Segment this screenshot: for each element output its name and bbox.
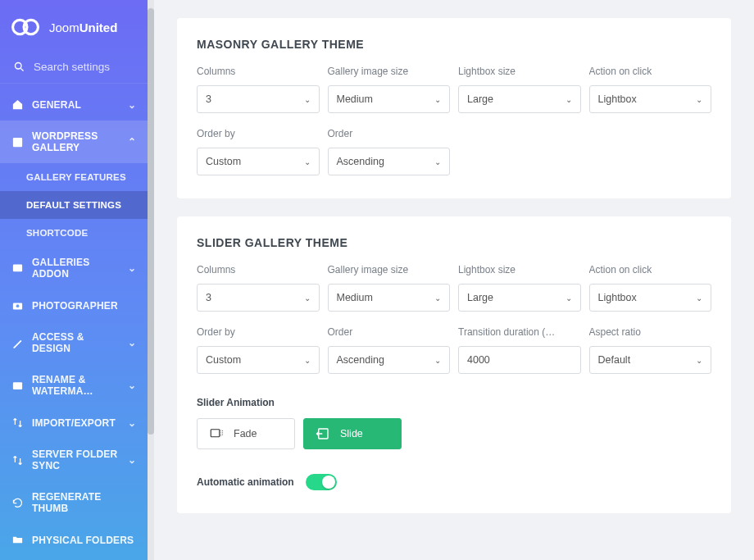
caret-icon: ⌄ [304, 95, 311, 104]
slider-aspect-field: Aspect ratio Default⌄ [589, 326, 712, 374]
camera-icon [11, 299, 24, 312]
brand-mark-icon [11, 16, 43, 38]
automatic-animation-row: Automatic animation [197, 474, 711, 490]
search-settings[interactable]: Search settings [0, 51, 148, 84]
slider-lightbox-size-select[interactable]: Large⌄ [458, 284, 581, 312]
masonry-lightbox-size-select[interactable]: Large⌄ [458, 85, 581, 113]
masonry-columns-field: Columns 3⌄ [197, 66, 320, 113]
caret-icon: ⌄ [304, 356, 311, 365]
search-icon [13, 61, 25, 73]
caret-icon: ⌄ [434, 95, 441, 104]
masonry-image-size-field: Gallery image size Medium⌄ [328, 66, 451, 113]
sidebar-item-wordpress-gallery[interactable]: WORDPRESS GALLERY ⌃ [0, 121, 148, 163]
slider-animation-group: Fade Slide [197, 418, 711, 449]
caret-icon: ⌄ [566, 95, 572, 104]
search-placeholder: Search settings [34, 61, 110, 73]
sidebar-item-image-compression[interactable]: IMAGE COMPRESSION [0, 556, 148, 560]
masonry-action-field: Action on click Lightbox⌄ [589, 66, 712, 113]
home-icon [11, 98, 24, 111]
slider-columns-select[interactable]: 3⌄ [197, 284, 320, 312]
sidebar-nav: GENERAL ⌄ WORDPRESS GALLERY ⌃ GALLERY FE… [0, 84, 148, 560]
masonry-panel: MASONRY GALLERY THEME Columns 3⌄ Gallery… [177, 18, 731, 198]
addon-icon [11, 262, 24, 275]
masonry-image-size-select[interactable]: Medium⌄ [328, 85, 451, 113]
svg-point-2 [16, 63, 22, 70]
slider-title: SLIDER GALLERY THEME [197, 236, 711, 249]
scrollbar[interactable] [148, 0, 154, 560]
slider-columns-field: Columns 3⌄ [197, 264, 320, 312]
caret-icon: ⌄ [434, 157, 441, 166]
automatic-animation-label: Automatic animation [197, 476, 294, 488]
refresh-icon [11, 497, 24, 509]
masonry-lightbox-size-field: Lightbox size Large⌄ [458, 66, 581, 113]
slider-order-select[interactable]: Ascending⌄ [328, 346, 451, 374]
sidebar-item-photographer[interactable]: PHOTOGRAPHER [0, 289, 148, 321]
chevron-down-icon: ⌄ [128, 337, 136, 348]
sidebar-item-rename-watermark[interactable]: RENAME & WATERMA… ⌄ [0, 364, 148, 407]
caret-icon: ⌄ [566, 294, 572, 303]
brand-text: JoomUnited [49, 20, 117, 34]
slider-lightbox-size-field: Lightbox size Large⌄ [458, 264, 581, 312]
slider-image-size-field: Gallery image size Medium⌄ [328, 264, 451, 312]
chevron-down-icon: ⌄ [128, 417, 136, 429]
import-export-icon [11, 417, 24, 429]
sidebar-sub-shortcode[interactable]: SHORTCODE [0, 219, 148, 247]
brand-logo: JoomUnited [0, 0, 148, 51]
folder-icon [11, 534, 24, 546]
slider-action-select[interactable]: Lightbox⌄ [589, 284, 712, 312]
masonry-orderby-field: Order by Custom⌄ [197, 128, 320, 175]
sidebar-item-regenerate-thumb[interactable]: REGENERATE THUMB [0, 481, 148, 524]
sidebar-item-galleries-addon[interactable]: GALLERIES ADDON ⌄ [0, 247, 148, 289]
slider-animation-label: Slider Animation [197, 397, 711, 408]
svg-rect-10 [211, 430, 220, 437]
design-icon [11, 337, 24, 349]
slider-orderby-select[interactable]: Custom⌄ [197, 346, 320, 374]
slider-panel: SLIDER GALLERY THEME Columns 3⌄ Gallery … [177, 216, 731, 513]
sidebar-item-import-export[interactable]: IMPORT/EXPORT ⌄ [0, 407, 148, 439]
svg-rect-5 [13, 264, 22, 271]
masonry-columns-select[interactable]: 3⌄ [197, 85, 320, 113]
caret-icon: ⌄ [304, 157, 311, 166]
slider-image-size-select[interactable]: Medium⌄ [328, 284, 451, 312]
slider-order-field: Order Ascending⌄ [328, 326, 451, 374]
fade-icon [209, 426, 224, 441]
masonry-order-field: Order Ascending⌄ [328, 128, 451, 175]
chevron-down-icon: ⌄ [128, 262, 136, 274]
scrollbar-thumb[interactable] [148, 8, 154, 435]
slider-transition-input[interactable]: 4000 [458, 346, 581, 374]
toggle-knob [322, 476, 335, 489]
sidebar-item-general[interactable]: GENERAL ⌄ [0, 89, 148, 121]
slider-aspect-select[interactable]: Default⌄ [589, 346, 712, 374]
sync-icon [11, 454, 24, 467]
sidebar-sub-default-settings[interactable]: DEFAULT SETTINGS [0, 191, 148, 219]
main: MASONRY GALLERY THEME Columns 3⌄ Gallery… [148, 0, 754, 560]
masonry-order-select[interactable]: Ascending⌄ [328, 148, 451, 175]
masonry-action-select[interactable]: Lightbox⌄ [589, 85, 712, 113]
masonry-title: MASONRY GALLERY THEME [197, 38, 711, 51]
sidebar-item-access-design[interactable]: ACCESS & DESIGN ⌄ [0, 321, 148, 364]
slider-transition-field: Transition duration (… 4000 [458, 326, 581, 374]
masonry-orderby-select[interactable]: Custom⌄ [197, 148, 320, 175]
caret-icon: ⌄ [696, 294, 702, 303]
chevron-down-icon: ⌄ [128, 454, 136, 466]
caret-icon: ⌄ [696, 95, 702, 104]
caret-icon: ⌄ [434, 356, 441, 365]
slider-action-field: Action on click Lightbox⌄ [589, 264, 712, 312]
watermark-icon [11, 380, 24, 392]
chevron-down-icon: ⌄ [128, 99, 136, 111]
slider-orderby-field: Order by Custom⌄ [197, 326, 320, 374]
slider-animation-fade[interactable]: Fade [197, 418, 295, 449]
automatic-animation-toggle[interactable] [306, 474, 337, 490]
caret-icon: ⌄ [304, 294, 311, 303]
sidebar-item-physical-folders[interactable]: PHYSICAL FOLDERS [0, 524, 148, 556]
sidebar: JoomUnited Search settings GENERAL ⌄ WOR… [0, 0, 148, 560]
gallery-icon [11, 136, 24, 148]
slider-animation-slide[interactable]: Slide [303, 418, 402, 449]
svg-point-7 [16, 304, 20, 307]
sidebar-sub-gallery-features[interactable]: GALLERY FEATURES [0, 163, 148, 191]
caret-icon: ⌄ [434, 294, 441, 303]
svg-rect-8 [13, 382, 22, 389]
chevron-down-icon: ⌄ [128, 380, 136, 391]
chevron-up-icon: ⌃ [128, 136, 136, 148]
sidebar-item-server-folder-sync[interactable]: SERVER FOLDER SYNC ⌄ [0, 439, 148, 481]
